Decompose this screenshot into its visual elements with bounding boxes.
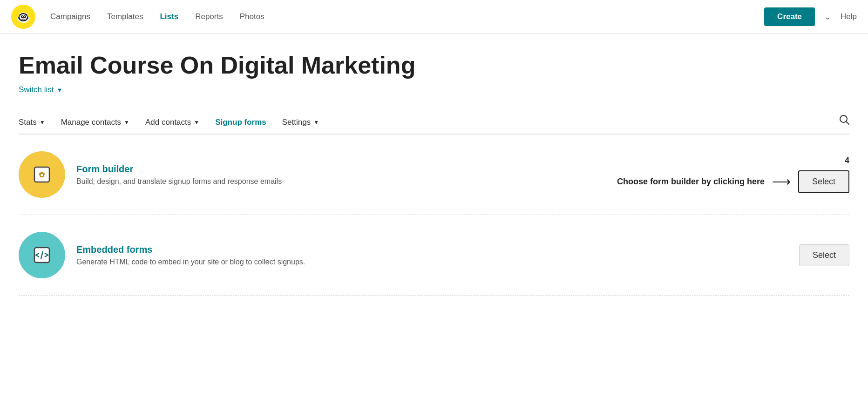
secondary-nav: Stats ▼ Manage contacts ▼ Add contacts ▼… <box>19 113 849 135</box>
nav-campaigns[interactable]: Campaigns <box>50 12 90 21</box>
nav-photos[interactable]: Photos <box>240 12 264 21</box>
callout-row: Choose form builder by clicking here ⟶ S… <box>617 170 849 193</box>
header-right: Create ⌄ Help <box>764 7 857 26</box>
sec-nav-settings-label: Settings <box>282 118 311 127</box>
logo[interactable] <box>11 5 35 29</box>
stats-chevron-icon: ▼ <box>40 119 45 126</box>
sec-nav-add-contacts[interactable]: Add contacts ▼ <box>145 113 210 134</box>
page-title: Email Course On Digital Marketing <box>19 52 849 79</box>
step-number-badge: 4 <box>845 156 849 166</box>
svg-point-7 <box>24 16 25 17</box>
form-builder-select-wrapper: 4 Choose form builder by clicking here ⟶… <box>617 156 849 193</box>
nav-templates[interactable]: Templates <box>107 12 143 21</box>
search-button[interactable] <box>839 114 849 133</box>
embedded-forms-select-wrapper: Select <box>799 244 849 266</box>
sec-nav-stats[interactable]: Stats ▼ <box>19 113 56 134</box>
svg-rect-13 <box>34 167 49 182</box>
page-content: Email Course On Digital Marketing Switch… <box>0 34 868 296</box>
arrow-icon: ⟶ <box>772 174 791 189</box>
sec-nav-settings[interactable]: Settings ▼ <box>282 113 330 134</box>
svg-point-10 <box>27 13 31 17</box>
form-builder-select-button[interactable]: Select <box>798 170 849 193</box>
form-builder-item: Form builder Build, design, and translat… <box>19 135 849 215</box>
embedded-forms-info: Embedded forms Generate HTML code to emb… <box>76 244 788 266</box>
form-builder-info: Form builder Build, design, and translat… <box>76 164 606 186</box>
sec-nav-manage-contacts-label: Manage contacts <box>61 118 121 127</box>
switch-list-chevron-icon: ▼ <box>57 87 63 94</box>
embedded-forms-icon <box>19 232 65 278</box>
switch-list-label: Switch list <box>19 85 54 94</box>
sec-nav-add-contacts-label: Add contacts <box>145 118 191 127</box>
embedded-forms-item: Embedded forms Generate HTML code to emb… <box>19 215 849 296</box>
form-builder-desc: Build, design, and translate signup form… <box>76 177 606 186</box>
svg-line-12 <box>847 121 849 124</box>
embedded-forms-desc: Generate HTML code to embed in your site… <box>76 258 788 266</box>
nav-lists[interactable]: Lists <box>160 12 178 21</box>
create-button[interactable]: Create <box>764 7 815 26</box>
svg-point-8 <box>22 18 24 19</box>
sec-nav-signup-forms-label: Signup forms <box>215 118 266 127</box>
help-link[interactable]: Help <box>841 12 857 21</box>
svg-point-6 <box>22 16 23 17</box>
embedded-forms-title: Embedded forms <box>76 244 788 255</box>
main-nav: Campaigns Templates Lists Reports Photos <box>50 12 764 21</box>
sec-nav-manage-contacts[interactable]: Manage contacts ▼ <box>61 113 141 134</box>
svg-point-9 <box>16 13 20 17</box>
form-builder-icon <box>19 151 65 198</box>
header: Campaigns Templates Lists Reports Photos… <box>0 0 868 34</box>
switch-list[interactable]: Switch list ▼ <box>19 85 849 94</box>
settings-chevron-icon: ▼ <box>313 119 319 126</box>
form-builder-title: Form builder <box>76 164 606 175</box>
annotation-text: Choose form builder by clicking here <box>617 177 765 187</box>
sec-nav-stats-label: Stats <box>19 118 37 127</box>
manage-contacts-chevron-icon: ▼ <box>124 119 129 126</box>
svg-point-11 <box>840 115 847 122</box>
nav-reports[interactable]: Reports <box>195 12 223 21</box>
chevron-down-icon[interactable]: ⌄ <box>824 12 831 22</box>
sec-nav-signup-forms[interactable]: Signup forms <box>215 113 278 134</box>
embedded-forms-select-button[interactable]: Select <box>799 244 849 266</box>
add-contacts-chevron-icon: ▼ <box>194 119 199 126</box>
